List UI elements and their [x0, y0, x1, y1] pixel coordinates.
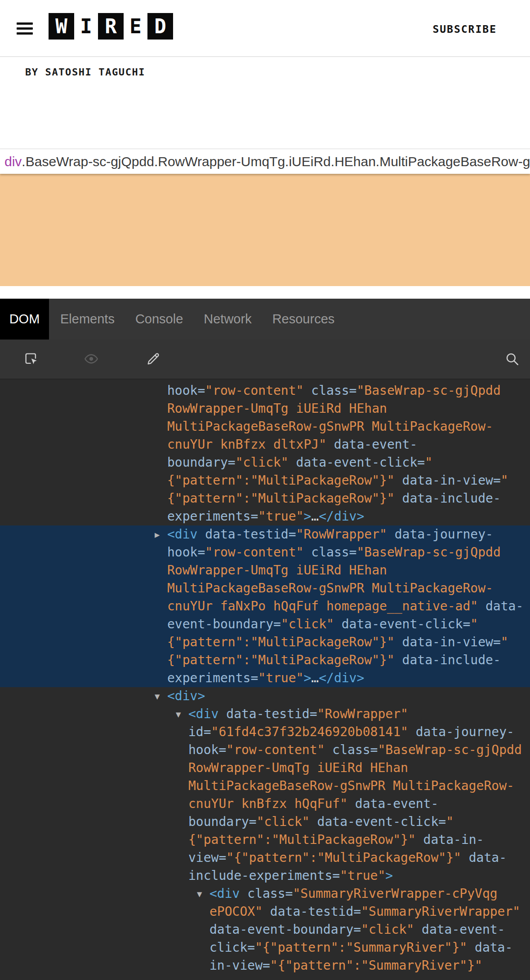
dom-tree-row[interactable]: ▼<div class="SummaryRiverWrapper-cPyVqge… — [0, 885, 530, 975]
code-segment: view= — [188, 850, 226, 865]
eye-icon[interactable] — [84, 351, 99, 366]
logo-letter: I — [76, 13, 96, 40]
hamburger-bar — [17, 27, 33, 30]
code-line: RowWrapper-UmqTg iUEiRd HEhan — [188, 759, 530, 777]
code-segment: data-event-click= — [334, 617, 470, 631]
code-segment: class= — [247, 886, 293, 901]
code-segment: data-testid= — [226, 706, 317, 721]
code-segment: RowWrapper-UmqTg iUEiRd HEhan — [188, 760, 408, 775]
code-line: {"pattern":"MultiPackageRow"}" data-incl… — [167, 651, 530, 669]
code-segment: {"pattern":"MultiPackageRow"}" — [188, 832, 416, 847]
logo-letter: E — [125, 13, 146, 40]
hamburger-bar — [17, 22, 33, 25]
code-segment: </div> — [319, 671, 364, 685]
dom-tree-row-selected[interactable]: ▶<div data-testid="RowWrapper" data-jour… — [0, 525, 530, 687]
code-segment: "SummaryRiverWrapper-cPyVqg — [293, 886, 497, 901]
code-segment: data-include- — [395, 491, 501, 506]
code-line: boundary="click" data-event-click=" — [167, 454, 530, 472]
code-segment: "RowWrapper" — [317, 706, 408, 721]
code-line: cnuYUr knBfzx hQqFuf" data-event- — [188, 795, 530, 813]
code-segment: click= — [209, 940, 255, 955]
code-segment: hook= — [167, 383, 205, 398]
code-line: <div> — [167, 687, 530, 705]
element-selector-bar[interactable]: div.BaseWrap-sc-gjQpdd.RowWrapper-UmqTg.… — [0, 149, 530, 174]
code-segment: " — [501, 635, 508, 649]
code-segment: "row-content" — [205, 545, 303, 560]
code-segment: {"pattern":"MultiPackageRow"}" — [167, 491, 395, 506]
code-segment: MultiPackageBaseRow-gSnwPR MultiPackageR… — [188, 778, 514, 793]
code-line: RowWrapper-UmqTg iUEiRd HEhan — [167, 561, 530, 579]
code-line: include-experiments="true"> — [188, 867, 530, 885]
code-segment: hook= — [188, 742, 226, 757]
code-segment: " — [425, 455, 432, 470]
disclosure-collapsed-icon[interactable]: ▶ — [155, 530, 160, 539]
code-segment: {"pattern":"MultiPackageRow"}" — [167, 473, 395, 488]
code-segment: … — [311, 671, 319, 685]
logo-letter: R — [98, 13, 124, 40]
code-line: click="{"pattern":"SummaryRiver"}" data- — [209, 939, 530, 957]
code-segment: <div — [188, 706, 226, 721]
disclosure-expanded-icon[interactable]: ▼ — [176, 709, 181, 719]
dom-tree-row[interactable]: hook="row-content" class="BaseWrap-sc-gj… — [0, 382, 530, 525]
tab-dom[interactable]: DOM — [0, 299, 49, 340]
code-line: in-view="{"pattern":"SummaryRiver"}" — [209, 957, 530, 975]
code-segment: "true" — [340, 868, 385, 883]
devtools-panel: DOM Elements Console Network Resources — [0, 299, 530, 980]
disclosure-expanded-icon[interactable]: ▼ — [155, 691, 160, 701]
tab-resources[interactable]: Resources — [272, 299, 335, 340]
inspected-element-highlight[interactable] — [0, 174, 530, 286]
code-segment: data-in- — [416, 832, 484, 847]
tab-elements[interactable]: Elements — [60, 299, 115, 340]
code-segment: "{"pattern":"MultiPackageRow"}" — [226, 850, 461, 865]
disclosure-expanded-icon[interactable]: ▼ — [197, 889, 202, 899]
subscribe-button[interactable]: SUBSCRIBE — [432, 23, 497, 35]
code-line: event-boundary="click" data-event-click=… — [167, 615, 530, 633]
code-segment: data-event-boundary= — [209, 922, 361, 937]
code-segment: cnuYUr knBfzx dltxPJ" — [167, 437, 326, 452]
tab-console[interactable]: Console — [135, 299, 183, 340]
code-segment: data-event- — [326, 437, 417, 452]
devtools-tab-bar: DOM Elements Console Network Resources — [0, 299, 530, 340]
dom-tree: hook="row-content" class="BaseWrap-sc-gj… — [0, 380, 530, 980]
code-line: id="61fd4c37f32b246920b08141" data-journ… — [188, 723, 530, 741]
code-segment: include-experiments= — [188, 868, 340, 883]
code-segment: ePOCOX" — [209, 904, 263, 919]
code-segment: "BaseWrap-sc-gjQpdd — [378, 742, 521, 757]
element-picker-icon[interactable] — [23, 351, 39, 366]
tab-network[interactable]: Network — [204, 299, 251, 340]
code-line: {"pattern":"MultiPackageRow"}" data-in-v… — [167, 472, 530, 490]
code-segment: MultiPackageBaseRow-gSnwPR MultiPackageR… — [167, 419, 493, 434]
code-segment: {"pattern":"MultiPackageRow"}" — [167, 635, 395, 649]
code-segment: "BaseWrap-sc-gjQpdd — [356, 383, 500, 398]
code-segment: <div> — [167, 689, 205, 703]
code-segment: <div — [209, 886, 247, 901]
code-line: MultiPackageBaseRow-gSnwPR MultiPackageR… — [167, 579, 530, 597]
code-line: MultiPackageBaseRow-gSnwPR MultiPackageR… — [167, 418, 530, 436]
code-segment: cnuYUr knBfzx hQqFuf" — [188, 796, 347, 811]
code-line: hook="row-content" class="BaseWrap-sc-gj… — [167, 382, 530, 400]
code-segment: boundary= — [167, 455, 236, 470]
code-segment: data-include- — [395, 653, 501, 667]
site-header: W I R E D SUBSCRIBE — [0, 0, 530, 57]
hamburger-menu-icon[interactable] — [17, 22, 33, 35]
edit-icon[interactable] — [146, 351, 161, 366]
code-segment: "click" — [281, 617, 334, 631]
logo-letter: W — [49, 13, 74, 40]
dom-tree-row[interactable]: ▼<div> — [0, 687, 530, 705]
code-segment: "true" — [258, 509, 303, 524]
code-segment: class= — [325, 742, 378, 757]
code-segment: "click" — [361, 922, 414, 937]
code-segment: "61fd4c37f32b246920b08141" — [211, 724, 408, 739]
code-segment: data-event-click= — [289, 455, 425, 470]
code-segment: {"pattern":"MultiPackageRow"}" — [167, 653, 395, 667]
code-segment: experiments= — [167, 671, 258, 685]
wired-logo[interactable]: W I R E D — [49, 13, 173, 40]
code-segment: RowWrapper-UmqTg iUEiRd HEhan — [167, 401, 387, 416]
code-segment: "row-content" — [226, 742, 325, 757]
code-line: hook="row-content" class="BaseWrap-sc-gj… — [167, 543, 530, 561]
dom-tree-row[interactable]: ▼<div data-testid="RowWrapper"id="61fd4c… — [0, 705, 530, 885]
search-icon[interactable] — [504, 351, 520, 366]
code-segment: class= — [303, 545, 356, 560]
code-segment: class= — [303, 383, 356, 398]
code-segment: data-event-click= — [310, 814, 446, 829]
